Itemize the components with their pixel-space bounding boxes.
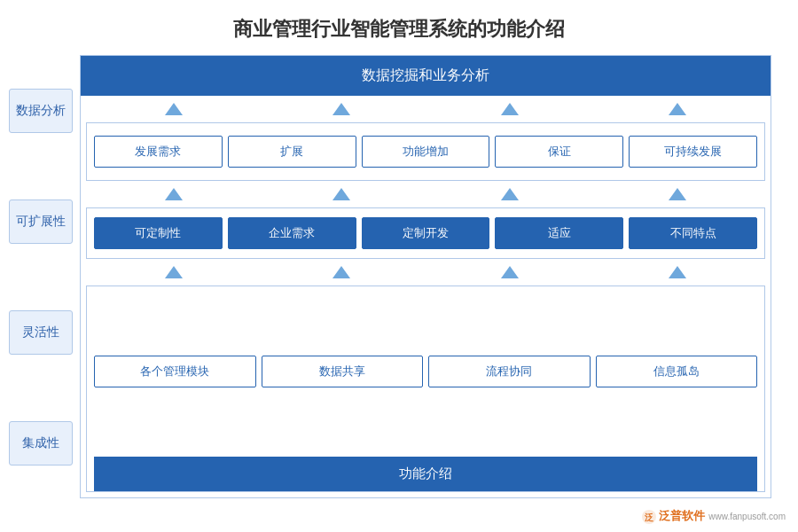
layer-scalability: 发展需求 扩展 功能增加 保证 可持续发展 — [86, 122, 765, 181]
layer-integration: 各个管理模块 数据共享 流程协同 信息孤岛 功能介绍 — [86, 286, 765, 492]
flexibility-box-2: 定制开发 — [362, 217, 490, 249]
label-integration: 集成性 — [9, 421, 73, 466]
scalability-box-3: 保证 — [495, 136, 623, 168]
watermark: 泛 泛普软件 www.fanpusoft.com — [641, 508, 786, 525]
integration-top-boxes: 各个管理模块 数据共享 流程协同 信息孤岛 — [94, 293, 757, 457]
integration-box-2: 流程协同 — [428, 356, 591, 387]
arrows-row-low — [81, 259, 771, 286]
integration-box-0: 各个管理模块 — [94, 356, 256, 387]
watermark-logo: 泛 泛普软件 — [641, 508, 705, 525]
label-flexibility: 灵活性 — [9, 310, 73, 355]
arrow-low-4 — [669, 266, 686, 278]
integration-box-1: 数据共享 — [262, 356, 424, 387]
arrow-up-3 — [501, 103, 519, 115]
integration-bottom-bar: 功能介绍 — [94, 457, 757, 491]
arrow-mid-1 — [165, 188, 183, 200]
watermark-url: www.fanpusoft.com — [708, 512, 786, 521]
arrows-row-top — [81, 96, 771, 122]
arrow-up-1 — [165, 103, 183, 115]
layer-flexibility: 可定制性 企业需求 定制开发 适应 不同特点 — [86, 207, 765, 259]
scalability-box-1: 扩展 — [228, 136, 356, 168]
flexibility-box-0: 可定制性 — [94, 217, 223, 249]
flexibility-box-4: 不同特点 — [629, 217, 757, 249]
scalability-boxes-row: 发展需求 扩展 功能增加 保证 可持续发展 — [94, 132, 757, 171]
arrow-up-2 — [332, 103, 350, 115]
svg-text:泛: 泛 — [645, 512, 654, 522]
arrow-mid-4 — [669, 188, 686, 200]
arrow-low-2 — [332, 266, 350, 278]
main-layout: 数据分析 可扩展性 灵活性 集成性 数据挖掘和业务分析 发展需求 扩展 功能增加… — [0, 55, 798, 507]
flexibility-box-3: 适应 — [495, 217, 623, 249]
arrows-row-mid — [81, 181, 771, 207]
integration-box-3: 信息孤岛 — [596, 356, 758, 387]
flexibility-box-1: 企业需求 — [228, 217, 356, 249]
scalability-box-4: 可持续发展 — [629, 136, 757, 168]
arrow-up-4 — [669, 103, 686, 115]
layer-data-mining: 数据挖掘和业务分析 — [81, 56, 771, 96]
label-data-analysis: 数据分析 — [9, 89, 73, 133]
arrow-mid-3 — [501, 188, 519, 200]
scalability-box-0: 发展需求 — [94, 136, 223, 168]
scalability-box-2: 功能增加 — [362, 136, 490, 168]
labels-column: 数据分析 可扩展性 灵活性 集成性 — [9, 55, 80, 498]
arrow-low-3 — [501, 266, 519, 278]
arrow-mid-2 — [332, 188, 350, 200]
page-title: 商业管理行业智能管理系统的功能介绍 — [0, 0, 798, 55]
label-scalability: 可扩展性 — [9, 200, 73, 244]
diagram-column: 数据挖掘和业务分析 发展需求 扩展 功能增加 保证 可持续发展 — [80, 55, 771, 498]
arrow-low-1 — [165, 266, 183, 278]
